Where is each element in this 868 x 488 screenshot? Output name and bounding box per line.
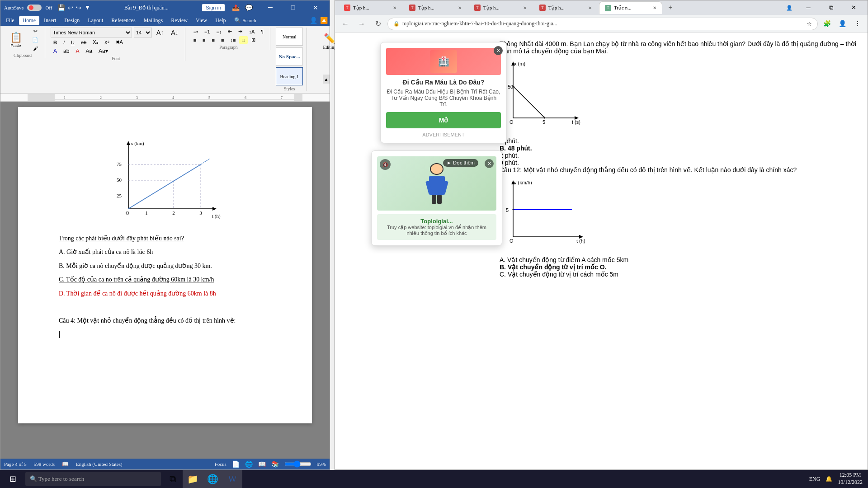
clear-format-button[interactable]: ✖A bbox=[113, 38, 126, 46]
menu-button[interactable]: ⋮ bbox=[851, 18, 864, 30]
menu-review[interactable]: Review bbox=[167, 16, 191, 25]
menu-help[interactable]: Help bbox=[212, 16, 229, 25]
browser-close-button[interactable]: ✕ bbox=[843, 0, 864, 15]
cursor-para[interactable] bbox=[59, 330, 279, 340]
underline-button[interactable]: U bbox=[68, 39, 77, 46]
close-button[interactable]: ✕ bbox=[305, 0, 326, 15]
taskbar-word-icon[interactable]: W bbox=[222, 470, 242, 488]
browser-tab-4[interactable]: T Tập h... ✕ bbox=[534, 1, 597, 14]
taskbar-lang[interactable]: ENG bbox=[809, 476, 821, 483]
menu-view[interactable]: View bbox=[192, 16, 211, 25]
font-name-select[interactable]: Times New Roman bbox=[51, 28, 132, 38]
heading1-style[interactable]: No Spac... bbox=[276, 47, 303, 66]
new-tab-button[interactable]: + bbox=[664, 1, 677, 14]
numbering-button[interactable]: ≡1 bbox=[202, 28, 213, 35]
bold-button[interactable]: B bbox=[51, 39, 60, 46]
browser-tab-3[interactable]: T Tập h... ✕ bbox=[469, 1, 532, 14]
tab3-close[interactable]: ✕ bbox=[523, 5, 527, 10]
strikethrough-button[interactable]: ab bbox=[78, 39, 89, 46]
profile-button[interactable]: 👤 bbox=[836, 18, 849, 30]
scroll-up-button[interactable]: ▲ bbox=[323, 75, 330, 84]
menu-home[interactable]: Home bbox=[19, 16, 39, 25]
menu-references[interactable]: References bbox=[108, 16, 139, 25]
superscript-button[interactable]: X² bbox=[102, 39, 112, 46]
subscript-button[interactable]: X₂ bbox=[90, 38, 100, 46]
decrease-indent-button[interactable]: ⇤ bbox=[225, 28, 235, 35]
undo-icon[interactable]: ↩ bbox=[68, 4, 73, 12]
show-para-button[interactable]: ¶ bbox=[258, 28, 266, 35]
forward-button[interactable]: → bbox=[355, 17, 368, 31]
justify-button[interactable]: ≡ bbox=[218, 36, 226, 44]
menu-design[interactable]: Design bbox=[61, 16, 83, 25]
tab2-close[interactable]: ✕ bbox=[458, 5, 462, 10]
zoom-slider[interactable] bbox=[284, 460, 311, 468]
font-size-label[interactable]: Aa bbox=[83, 47, 95, 55]
language[interactable]: English (United States) bbox=[76, 461, 123, 467]
font-color-button[interactable]: A bbox=[73, 47, 82, 55]
extensions-button[interactable]: 🧩 bbox=[821, 18, 833, 30]
customize-icon[interactable]: ▼ bbox=[84, 4, 90, 12]
align-right-button[interactable]: ≡ bbox=[209, 36, 217, 44]
focus-button[interactable]: Focus bbox=[215, 461, 226, 467]
normal-style[interactable]: Normal bbox=[276, 28, 303, 46]
italic-button[interactable]: I bbox=[61, 39, 67, 46]
immersive-reader-icon[interactable]: 📚 bbox=[271, 460, 279, 468]
paste-button[interactable]: 📋 Paste bbox=[4, 28, 28, 52]
mute-button[interactable]: 🔇 bbox=[380, 159, 391, 170]
read-more-button[interactable]: ► Đọc thêm bbox=[443, 159, 478, 167]
share-icon[interactable]: 📤 bbox=[232, 4, 240, 12]
menu-mailings[interactable]: Mailings bbox=[140, 16, 167, 25]
browser-tab-1[interactable]: T Tập h... ✕ bbox=[339, 1, 402, 14]
browser-tab-2[interactable]: T Tập h... ✕ bbox=[404, 1, 467, 14]
increase-font-button[interactable]: A↑ bbox=[154, 28, 166, 37]
tab1-close[interactable]: ✕ bbox=[393, 5, 396, 10]
decrease-font-button[interactable]: A↓ bbox=[168, 28, 181, 37]
taskbar-notifications-icon[interactable]: 🔔 bbox=[826, 476, 832, 483]
browser-restore-button[interactable]: ⧉ bbox=[821, 0, 841, 15]
border-button[interactable]: ⊞ bbox=[249, 36, 258, 44]
heading2-style[interactable]: Heading 1 bbox=[276, 67, 303, 85]
tab5-close[interactable]: ✕ bbox=[653, 5, 656, 10]
browser-tab-5[interactable]: T Trắc n... ✕ bbox=[599, 1, 662, 14]
taskbar-search[interactable]: 🔍 Type here to search bbox=[25, 472, 161, 486]
change-case-button[interactable]: Aa▾ bbox=[96, 47, 111, 55]
search-label[interactable]: Search bbox=[243, 18, 256, 23]
start-button[interactable]: ⊞ bbox=[2, 470, 24, 488]
taskbar-chrome-icon[interactable]: 🌐 bbox=[203, 470, 222, 488]
multilevel-button[interactable]: ≡↕ bbox=[214, 28, 225, 35]
address-bar[interactable]: 🔒 toploigiai.vn/trac-nghiem-khtn-7-bai-1… bbox=[387, 18, 818, 30]
save-icon[interactable]: 💾 bbox=[57, 4, 65, 12]
sort-button[interactable]: ↕A bbox=[246, 28, 257, 35]
browser-profile[interactable]: 👤 bbox=[783, 0, 796, 15]
highlight-button[interactable]: ab bbox=[61, 47, 72, 55]
sign-in-button[interactable]: Sign in bbox=[202, 4, 225, 11]
font-size-select[interactable]: 14 bbox=[134, 28, 152, 38]
browser-content[interactable]: ✕ 🏥 Đi Cầu Ra Máu Là Do Đâu? Đi Cầu Ra M… bbox=[335, 33, 868, 469]
taskbar-explorer-icon[interactable]: 📁 bbox=[183, 470, 203, 488]
tab4-close[interactable]: ✕ bbox=[588, 5, 592, 10]
line-spacing-button[interactable]: ↕≡ bbox=[227, 36, 238, 44]
redo-icon[interactable]: ↪ bbox=[76, 4, 81, 12]
ad1-close-button[interactable]: ✕ bbox=[494, 46, 503, 55]
menu-layout[interactable]: Layout bbox=[84, 16, 107, 25]
taskbar-time[interactable]: 12:05 PM 10/12/2022 bbox=[838, 472, 863, 486]
word-content-area[interactable]: 75 50 25 1 2 3 x (km) t (h) O bbox=[0, 102, 330, 459]
back-button[interactable]: ← bbox=[339, 17, 352, 31]
autosave-toggle[interactable] bbox=[27, 5, 42, 11]
comment-icon[interactable]: 💬 bbox=[245, 4, 253, 12]
star-icon[interactable]: ☆ bbox=[807, 20, 812, 28]
menu-insert[interactable]: Insert bbox=[40, 16, 60, 25]
shading-button[interactable]: □ bbox=[239, 36, 248, 44]
print-layout-icon[interactable]: 📄 bbox=[232, 460, 240, 468]
text-effects-button[interactable]: A bbox=[51, 47, 60, 55]
refresh-button[interactable]: ↻ bbox=[371, 17, 385, 31]
video-ad-close-button[interactable]: ✕ bbox=[485, 159, 494, 168]
format-painter-button[interactable]: 🖌 bbox=[29, 45, 41, 52]
ribbon-collapse-icon[interactable]: 🔼 bbox=[320, 17, 328, 24]
web-layout-icon[interactable]: 🌐 bbox=[245, 460, 253, 468]
taskbar-multiview-icon[interactable]: ⧉ bbox=[163, 470, 183, 488]
align-center-button[interactable]: ≡ bbox=[200, 36, 208, 44]
profile-icon[interactable]: 👤 bbox=[310, 17, 317, 24]
spelling-icon[interactable]: 📖 bbox=[62, 461, 69, 468]
increase-indent-button[interactable]: ⇥ bbox=[236, 28, 245, 35]
